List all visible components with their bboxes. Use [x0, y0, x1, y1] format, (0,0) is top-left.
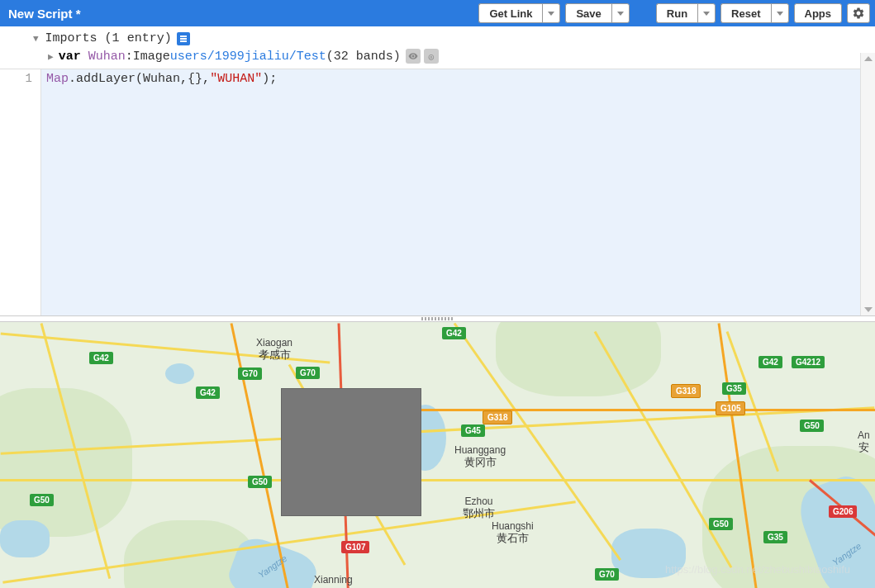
road-badge: G70	[595, 568, 619, 581]
road-badge: G35	[763, 531, 787, 543]
city-label-ezhou: Ezhou鄂州市	[463, 496, 495, 520]
scroll-up-icon[interactable]	[864, 56, 873, 61]
city-label-xiaogan: Xiaogan孝感市	[256, 337, 292, 362]
import-type: Image	[133, 50, 170, 64]
collapse-arrow-icon[interactable]: ▼	[33, 34, 39, 44]
save-dropdown[interactable]	[611, 3, 630, 23]
road-badge: G42	[196, 386, 220, 399]
toolbar: Get Link Save Run Reset Apps	[478, 3, 870, 23]
save-button[interactable]: Save	[565, 3, 611, 23]
imports-section: ▼ Imports (1 entry) ▶ var Wuhan : Image …	[0, 26, 875, 69]
road-badge: G45	[461, 424, 485, 437]
bands-info: (32 bands)	[326, 50, 401, 64]
asset-path-link[interactable]: users/1999jialiu/Test	[170, 50, 326, 64]
line-gutter: 1	[0, 69, 41, 315]
road-badge: G50	[248, 476, 272, 488]
run-dropdown[interactable]	[697, 3, 716, 23]
road-badge: G70	[296, 367, 320, 379]
panel-splitter[interactable]	[0, 315, 875, 322]
run-button[interactable]: Run	[656, 3, 697, 23]
gear-icon	[852, 7, 865, 20]
road-badge: G42	[89, 352, 113, 364]
city-label-xianning: Xianning	[314, 574, 353, 586]
road-badge: G50	[800, 420, 824, 432]
code-content[interactable]: Map.addLayer(Wuhan,{},"WUHAN");	[41, 69, 875, 315]
getlink-dropdown[interactable]	[542, 3, 560, 23]
city-label-huangshi: Huangshi黄石市	[492, 520, 534, 545]
road-badge: G35	[722, 382, 746, 395]
visibility-icon[interactable]	[406, 49, 421, 64]
road-badge: G206	[829, 505, 857, 518]
road-badge: G42	[758, 356, 782, 368]
editor-scrollbar[interactable]	[860, 53, 875, 315]
doc-icon[interactable]	[177, 32, 190, 45]
road-badge: G107	[341, 541, 369, 553]
imports-header-text: Imports (1 entry)	[45, 31, 172, 45]
chevron-down-icon	[617, 12, 624, 16]
map-background	[0, 322, 875, 588]
city-label-huanggang: Huanggang黄冈市	[454, 444, 506, 469]
imports-header-line[interactable]: ▼ Imports (1 entry)	[0, 30, 875, 47]
scroll-down-icon[interactable]	[864, 307, 873, 312]
splitter-handle-icon	[421, 317, 454, 320]
var-name: Wuhan	[88, 50, 126, 64]
apps-button[interactable]: Apps	[794, 3, 843, 23]
reset-dropdown[interactable]	[771, 3, 789, 23]
script-title: New Script *	[5, 7, 478, 21]
chevron-down-icon	[777, 12, 783, 16]
settings-button[interactable]	[847, 3, 870, 23]
code-line-1[interactable]: Map.addLayer(Wuhan,{},"WUHAN");	[46, 72, 870, 86]
road-badge: G105	[716, 401, 745, 415]
imports-entry[interactable]: ▶ var Wuhan : Image users/1999jialiu/Tes…	[0, 47, 875, 65]
image-overlay[interactable]	[281, 388, 421, 516]
chevron-down-icon	[703, 12, 710, 16]
line-number: 1	[0, 72, 32, 85]
var-keyword: var	[59, 50, 81, 64]
code-area[interactable]: 1 Map.addLayer(Wuhan,{},"WUHAN");	[0, 69, 875, 315]
getlink-button[interactable]: Get Link	[478, 3, 542, 23]
road-badge: G318	[671, 384, 701, 398]
reset-button[interactable]: Reset	[720, 3, 770, 23]
road-badge: G42	[442, 327, 466, 339]
header-bar: New Script * Get Link Save Run Reset App…	[0, 0, 875, 26]
locate-icon[interactable]: ◎	[424, 49, 439, 64]
road-badge: G4212	[792, 356, 825, 368]
road-badge: G50	[30, 494, 54, 506]
city-label-anlu: An安	[858, 429, 870, 454]
chevron-down-icon	[548, 12, 554, 16]
watermark: https://blog.csdn.net/zhebushibiaoshifu	[665, 563, 850, 576]
map-panel[interactable]: Xiaogan孝感市 Huanggang黄冈市 Ezhou鄂州市 Huangsh…	[0, 322, 875, 588]
expand-arrow-icon[interactable]: ▶	[48, 51, 54, 62]
road-badge: G50	[709, 518, 733, 530]
code-editor: ▼ Imports (1 entry) ▶ var Wuhan : Image …	[0, 26, 875, 315]
road-badge: G318	[483, 410, 512, 424]
road-badge: G70	[238, 368, 262, 380]
